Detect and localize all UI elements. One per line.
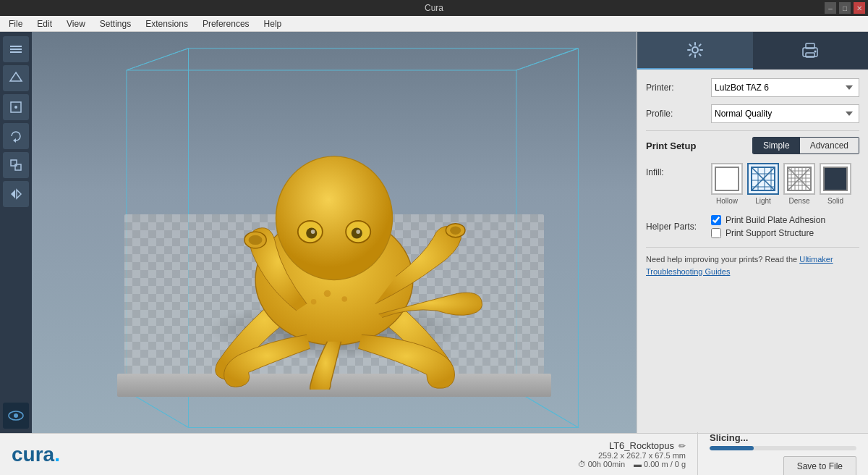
infill-options: Hollow xyxy=(711,163,851,205)
svg-point-5 xyxy=(14,106,17,109)
sidebar-icon-view[interactable] xyxy=(3,403,29,429)
svg-point-42 xyxy=(814,51,817,53)
viewport[interactable] xyxy=(32,32,637,433)
svg-rect-7 xyxy=(11,160,17,166)
svg-point-35 xyxy=(324,290,331,297)
svg-rect-43 xyxy=(715,167,739,190)
helper-checkbox-support[interactable] xyxy=(711,228,721,238)
right-panel: Printer: LulzBot TAZ 6 Profile: Normal Q… xyxy=(637,32,868,433)
edit-icon[interactable]: ✏ xyxy=(678,441,686,451)
model-name: LT6_Rocktopus xyxy=(609,440,674,451)
panel-content: Printer: LulzBot TAZ 6 Profile: Normal Q… xyxy=(637,70,868,433)
svg-marker-6 xyxy=(13,138,16,143)
menu-view[interactable]: View xyxy=(64,17,88,30)
helper-check-row-1: Helper Parts: Print Build Plate Adhesion… xyxy=(646,215,859,238)
slicing-progress-bar xyxy=(710,446,856,450)
menu-file[interactable]: File xyxy=(6,17,25,30)
window-controls: – □ ✕ xyxy=(825,2,865,14)
slicing-progress-fill xyxy=(710,446,754,450)
bottom-bar: cura. LT6_Rocktopus ✏ 259.2 x 262.7 x 67… xyxy=(0,433,868,475)
printer-row: Printer: LulzBot TAZ 6 xyxy=(646,78,859,97)
filament-length: 0.00 m xyxy=(644,460,668,468)
model-name-row: LT6_Rocktopus ✏ xyxy=(609,440,686,451)
close-button[interactable]: ✕ xyxy=(854,2,865,14)
printer-select[interactable]: LulzBot TAZ 6 xyxy=(711,78,859,97)
sidebar-icon-open[interactable] xyxy=(3,36,29,62)
svg-marker-3 xyxy=(10,72,22,81)
setup-tab-simple[interactable]: Simple xyxy=(753,138,800,154)
svg-rect-66 xyxy=(824,167,847,190)
infill-box-dense[interactable] xyxy=(783,163,815,195)
svg-rect-8 xyxy=(15,164,21,170)
infill-box-light[interactable] xyxy=(747,163,779,195)
printer-label: Printer: xyxy=(646,83,711,93)
infill-name-light: Light xyxy=(755,197,771,205)
infill-option-dense[interactable]: Dense xyxy=(783,163,815,205)
main-layout: Printer: LulzBot TAZ 6 Profile: Normal Q… xyxy=(0,32,868,433)
infill-name-hollow: Hollow xyxy=(716,197,738,205)
svg-marker-9 xyxy=(11,190,15,198)
slicing-label: Slicing... xyxy=(710,432,856,443)
menu-extensions[interactable]: Extensions xyxy=(142,17,191,30)
svg-point-34 xyxy=(450,227,461,235)
profile-label: Profile: xyxy=(646,109,711,119)
svg-point-32 xyxy=(249,235,263,245)
helper-item-support[interactable]: Print Support Structure xyxy=(711,228,825,238)
svg-point-37 xyxy=(311,299,317,305)
infill-box-solid[interactable] xyxy=(820,163,851,195)
svg-line-21 xyxy=(127,49,189,70)
save-to-file-button[interactable]: Save to File xyxy=(783,456,856,475)
stat-filament: ▬ 0.00 m / 0 g xyxy=(634,460,686,468)
cura-logo-text: cura xyxy=(12,443,54,466)
octopus-model xyxy=(168,129,501,390)
infill-option-solid[interactable]: Solid xyxy=(820,163,851,205)
sidebar-icon-select[interactable] xyxy=(3,94,29,120)
panel-tab-settings[interactable] xyxy=(637,32,753,70)
sidebar-icon-object[interactable] xyxy=(3,65,29,91)
cura-logo-dot: . xyxy=(54,443,60,466)
help-text: Need help improving your prints? Read th… xyxy=(646,253,859,277)
print-setup-title: Print Setup xyxy=(646,140,696,151)
infill-label: Infill: xyxy=(646,163,711,177)
maximize-button[interactable]: □ xyxy=(839,2,851,14)
left-sidebar xyxy=(0,32,32,433)
print-setup-header: Print Setup Simple Advanced xyxy=(646,137,859,154)
infill-name-dense: Dense xyxy=(789,197,810,205)
helper-checkbox-adhesion[interactable] xyxy=(711,215,721,225)
svg-rect-0 xyxy=(10,46,22,47)
bottom-center: LT6_Rocktopus ✏ 259.2 x 262.7 x 67.5 mm … xyxy=(60,440,697,468)
infill-option-light[interactable]: Light xyxy=(747,163,779,205)
svg-point-24 xyxy=(276,156,392,280)
model-stats: ⏱ 00h 00min ▬ 0.00 m / 0 g xyxy=(578,460,686,468)
profile-row: Profile: Normal Quality xyxy=(646,104,859,123)
menu-preferences[interactable]: Preferences xyxy=(200,17,252,30)
svg-rect-1 xyxy=(10,49,22,50)
sidebar-icon-rotate[interactable] xyxy=(3,123,29,149)
divider-1 xyxy=(646,130,859,131)
svg-point-36 xyxy=(341,296,347,302)
infill-name-solid: Solid xyxy=(827,197,843,205)
helper-item-adhesion[interactable]: Print Build Plate Adhesion xyxy=(711,215,825,225)
infill-option-hollow[interactable]: Hollow xyxy=(711,163,743,205)
sidebar-icon-mirror[interactable] xyxy=(3,181,29,207)
helper-parts-section: Helper Parts: Print Build Plate Adhesion… xyxy=(646,215,859,238)
minimize-button[interactable]: – xyxy=(825,2,836,14)
divider-2 xyxy=(646,247,859,248)
cura-logo: cura. xyxy=(12,443,60,466)
infill-box-hollow[interactable] xyxy=(711,163,743,195)
menu-help[interactable]: Help xyxy=(261,17,285,30)
profile-select[interactable]: Normal Quality xyxy=(711,104,859,123)
panel-tabs xyxy=(637,32,868,70)
sidebar-icon-scale[interactable] xyxy=(3,152,29,178)
panel-tab-print[interactable] xyxy=(753,32,869,70)
svg-point-12 xyxy=(14,413,18,418)
menu-edit[interactable]: Edit xyxy=(34,17,55,30)
helper-parts-label: Helper Parts: xyxy=(646,222,711,232)
title-bar: Cura – □ ✕ xyxy=(0,0,868,16)
menu-settings[interactable]: Settings xyxy=(97,17,134,30)
setup-tab-advanced[interactable]: Advanced xyxy=(800,138,859,154)
filament-icon: ▬ xyxy=(634,460,642,468)
svg-line-22 xyxy=(516,49,579,70)
helper-item-support-label: Print Support Structure xyxy=(726,228,814,238)
svg-point-38 xyxy=(692,47,698,53)
